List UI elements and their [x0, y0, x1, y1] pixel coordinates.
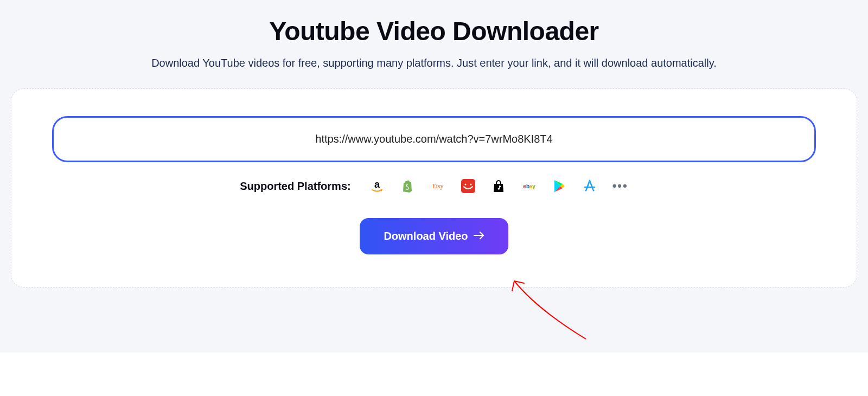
aliexpress-icon: [461, 178, 476, 194]
download-button-label: Download Video: [384, 230, 468, 242]
svg-point-10: [592, 190, 594, 191]
etsy-icon: Etsy: [430, 178, 445, 194]
platforms-label: Supported Platforms:: [240, 180, 350, 193]
svg-point-4: [470, 184, 471, 186]
supported-platforms-row: Supported Platforms: a Etsy: [240, 178, 628, 194]
downloader-card: Supported Platforms: a Etsy: [11, 88, 857, 288]
svg-text:Etsy: Etsy: [432, 183, 444, 190]
google-play-icon: [552, 178, 567, 194]
page-subtitle: Download YouTube videos for free, suppor…: [151, 57, 717, 69]
download-video-button[interactable]: Download Video: [360, 218, 508, 254]
svg-text:e: e: [523, 183, 526, 189]
svg-point-9: [585, 190, 586, 191]
ebay-icon: e b a y: [521, 178, 537, 194]
arrow-right-icon: [474, 230, 484, 242]
amazon-icon: a: [369, 178, 385, 194]
svg-rect-2: [461, 179, 475, 193]
tiktok-shop-icon: [491, 178, 506, 194]
video-url-input[interactable]: [52, 116, 816, 162]
shopify-icon: [400, 178, 415, 194]
svg-text:a: a: [374, 179, 380, 190]
footer-strip: [0, 353, 868, 396]
app-store-icon: [582, 178, 597, 194]
svg-point-3: [464, 184, 466, 186]
svg-text:y: y: [532, 183, 535, 189]
svg-text:a: a: [529, 183, 532, 189]
more-platforms-icon[interactable]: •••: [612, 179, 628, 193]
page-title: Youtube Video Downloader: [269, 16, 599, 46]
